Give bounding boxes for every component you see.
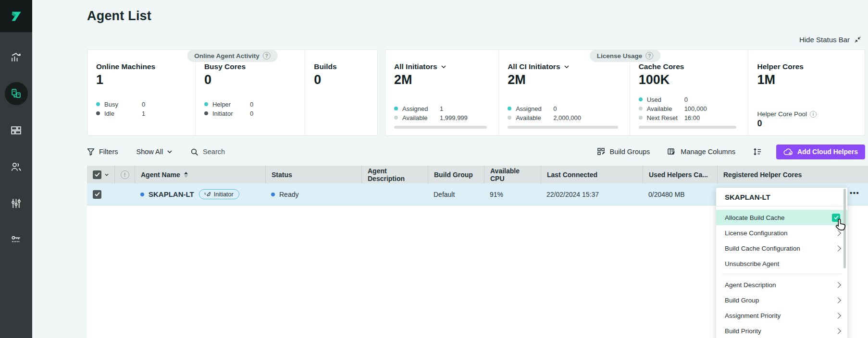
select-all-cell — [87, 166, 114, 183]
status-column-header: Status — [265, 166, 361, 183]
menu-item-allocate-build-cache[interactable]: Allocate Build Cache — [716, 210, 847, 225]
agent-description-column-header: Agent Description — [361, 166, 428, 183]
status-label: Ready — [279, 191, 298, 198]
all-ci-initiators-column: All CI Initiators 2M Assigned0 Available… — [498, 50, 629, 135]
menu-item-unsubscribe-agent[interactable]: Unsubscribe Agent — [716, 256, 847, 271]
agent-name: SKAPLAN-LT — [149, 190, 194, 198]
chevron-right-icon — [835, 230, 841, 236]
license-usage-card: License Usage ? All Initiators 2M Assign… — [385, 49, 865, 136]
info-icon[interactable]: i — [810, 111, 817, 118]
menu-item-build-cache-configuration[interactable]: Build Cache Configuration — [716, 241, 847, 256]
sidebar-item-settings[interactable] — [5, 192, 28, 215]
busy-cores-column: Busy Cores 0 Helper0 Initiator0 — [195, 50, 305, 135]
usage-progress-bar — [394, 126, 487, 129]
sidebar-item-users[interactable] — [5, 155, 28, 178]
row-checkbox[interactable] — [93, 190, 101, 199]
row-actions-button[interactable]: ••• — [850, 189, 859, 197]
available-cpu-cell: 91% — [484, 183, 541, 205]
sliders-icon — [10, 197, 22, 209]
menu-item-build-priority[interactable]: Build Priority — [716, 323, 847, 338]
chevron-down-icon[interactable] — [105, 173, 109, 176]
sidebar-item-license[interactable] — [5, 228, 28, 251]
manage-columns-button[interactable]: Manage Columns — [667, 147, 735, 156]
chevron-right-icon — [835, 297, 841, 303]
legend-row: Available2,000,000 — [508, 114, 622, 121]
menu-item-license-configuration[interactable]: License Configuration — [716, 225, 847, 241]
cache-cores-title: Cache Cores — [639, 62, 742, 71]
helper-core-pool-label: Helper Core Pool i — [757, 110, 858, 118]
legend-row: Used0 — [639, 96, 742, 103]
key-icon — [10, 234, 22, 246]
agents-icon — [10, 88, 22, 100]
sidebar-item-dashboard[interactable] — [5, 46, 28, 69]
build-groups-button[interactable]: Build Groups — [597, 147, 650, 156]
sidebar-item-builds[interactable] — [5, 119, 28, 142]
select-all-checkbox[interactable] — [93, 170, 101, 179]
menu-scrollbar[interactable] — [843, 189, 846, 268]
agent-context-menu: SKAPLAN-LT Allocate Build Cache License … — [716, 188, 847, 338]
filter-icon — [87, 148, 95, 156]
build-group-column-header: Build Group — [428, 166, 484, 183]
builds-column: Builds 0 — [305, 50, 377, 135]
agent-name-column-header[interactable]: Agent Name — [135, 166, 265, 183]
all-ci-initiators-value: 2M — [508, 72, 622, 87]
help-icon[interactable]: ? — [263, 52, 271, 60]
build-group-cell: Default — [428, 183, 484, 205]
legend-row: Assigned1 — [394, 105, 492, 112]
busy-cores-title: Busy Cores — [204, 62, 298, 71]
sidebar — [0, 0, 32, 338]
chevron-right-icon — [835, 245, 841, 252]
sidebar-item-agents[interactable] — [5, 82, 28, 105]
builds-value: 0 — [314, 72, 371, 87]
manage-columns-icon — [667, 147, 676, 156]
menu-divider — [722, 274, 842, 274]
busy-dot — [96, 102, 100, 106]
chevron-down-icon — [441, 65, 446, 68]
row-height-button[interactable] — [753, 147, 762, 156]
used-helpers-cell: 0/20480 MB — [643, 183, 717, 205]
filters-button[interactable]: Filters — [87, 148, 118, 156]
help-icon[interactable]: ? — [645, 52, 653, 60]
menu-item-build-group[interactable]: Build Group — [716, 292, 847, 308]
menu-item-agent-description[interactable]: Agent Description — [716, 277, 847, 292]
helper-cores-column: Helper Cores 1M Helper Core Pool i 0 — [748, 50, 865, 135]
all-initiators-value: 2M — [394, 72, 492, 87]
legend-row: Available1,999,999 — [394, 114, 492, 121]
show-all-dropdown[interactable]: Show All — [136, 148, 172, 156]
chevron-right-icon — [835, 313, 841, 319]
sort-control[interactable] — [184, 172, 188, 178]
collapse-icon — [854, 36, 861, 43]
add-cloud-helpers-button[interactable]: Add Cloud Helpers — [776, 145, 865, 159]
all-ci-initiators-selector[interactable]: All CI Initiators — [508, 62, 622, 71]
legend-row: Idle1 — [96, 109, 188, 117]
assigned-dot — [394, 107, 398, 110]
menu-item-assignment-priority[interactable]: Assignment Priority — [716, 308, 847, 323]
chevron-down-icon — [167, 150, 172, 153]
next-reset-dot — [639, 116, 643, 120]
check-icon — [95, 172, 100, 177]
incredibuild-logo-icon — [8, 8, 25, 24]
available-dot — [639, 107, 643, 110]
legend-row: Available100,000 — [639, 105, 742, 112]
search-icon — [190, 148, 198, 156]
helper-cores-title: Helper Cores — [757, 62, 858, 71]
all-initiators-column: All Initiators 2M Assigned1 Available1,9… — [385, 50, 498, 135]
rocket-icon — [204, 192, 211, 197]
used-dot — [639, 97, 643, 101]
app-logo[interactable] — [0, 0, 32, 32]
all-initiators-selector[interactable]: All Initiators — [394, 62, 492, 71]
agent-online-dot — [140, 193, 144, 196]
initiator-dot — [204, 111, 208, 115]
grid-icon — [10, 124, 22, 136]
helper-core-pool-value: 0 — [757, 119, 858, 129]
registered-helper-cores-column-header: Registered Helper Cores — [717, 166, 868, 183]
hide-status-bar-button[interactable]: Hide Status Bar — [799, 36, 861, 44]
busy-cores-value: 0 — [204, 72, 298, 87]
allocate-build-cache-checkbox[interactable] — [832, 214, 840, 222]
bar-chart-icon — [10, 51, 22, 63]
cache-cores-value: 100K — [639, 72, 742, 87]
assigned-dot — [508, 107, 511, 110]
usage-progress-bar — [508, 126, 618, 129]
search-input[interactable]: Search — [190, 148, 225, 156]
legend-row: Busy0 — [96, 100, 188, 108]
